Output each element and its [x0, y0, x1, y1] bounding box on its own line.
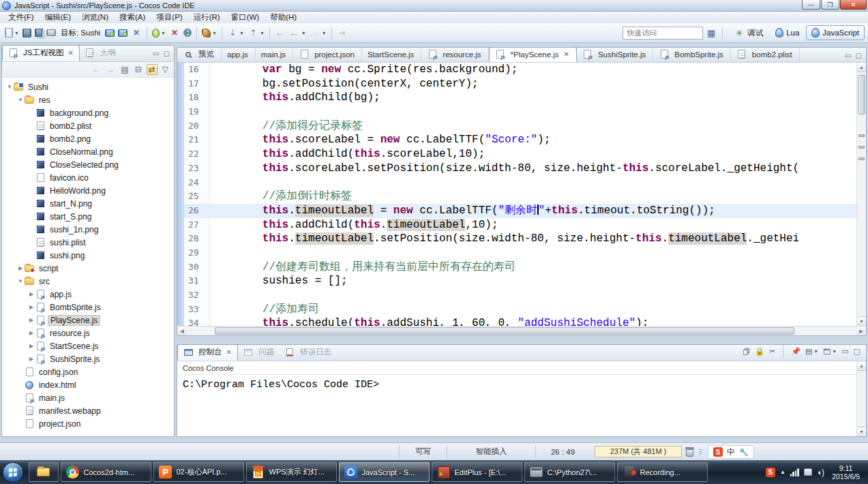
tree-item-sushi.png[interactable]: sushi.png — [2, 249, 174, 262]
tree-item-CloseSelected.png[interactable]: CloseSelected.png — [2, 158, 174, 171]
scroll-up-arrow[interactable]: ▲ — [857, 63, 866, 72]
editor-horizontal-scrollbar[interactable]: ◀ ▶ — [177, 326, 866, 335]
open-console-icon[interactable]: 🗔▼ — [823, 348, 837, 356]
debug-on-device-icon[interactable] — [104, 28, 116, 38]
tree-expander-icon[interactable]: ▶ — [28, 291, 35, 297]
editor-tab-resource.js[interactable]: jsresource.js — [421, 48, 488, 62]
tree-item-background.png[interactable]: background.png — [2, 106, 174, 119]
editor-tab-PlayScene.js[interactable]: js*PlayScene.js✕ — [489, 48, 577, 62]
menu-item-3[interactable]: 搜索(A) — [114, 12, 151, 23]
occurrence-marker[interactable] — [858, 157, 865, 160]
forward-icon[interactable]: →▼ — [308, 26, 328, 40]
taskbar-button-chrome[interactable]: Cocos2d-htm... — [61, 462, 151, 482]
occurrence-marker[interactable] — [858, 134, 865, 137]
tree-item-BombSprite.js[interactable]: ▶jsBombSprite.js — [2, 301, 174, 314]
view-menu-icon[interactable]: ▽ — [161, 65, 170, 74]
editor-vertical-scrollbar[interactable]: ▲ ▼ — [856, 63, 866, 326]
editor-tab-main.js[interactable]: main.js — [256, 48, 293, 62]
title-bar[interactable]: JavaScript - Sushi/src/PlayScene.js - Co… — [0, 0, 868, 12]
perspective-javascript[interactable]: JavaScript — [806, 25, 865, 40]
maximize-console-icon[interactable]: ▢ — [854, 347, 860, 356]
taskbar-button-wpp[interactable]: P02-核心API.p... — [153, 462, 244, 482]
editor-tab-预览[interactable]: 预览 — [177, 48, 222, 62]
menu-item-4[interactable]: 项目(P) — [151, 12, 188, 23]
tree-item-res[interactable]: ▼res — [2, 93, 174, 106]
pin-console-icon[interactable]: 📌 — [791, 347, 800, 356]
tree-expander-icon[interactable]: ▶ — [28, 317, 35, 323]
tab-JS工程视图[interactable]: jsJS工程视图✕ — [2, 45, 80, 61]
close-tab-icon[interactable]: ✕ — [68, 49, 73, 57]
last-edit-location-icon[interactable]: ⇥ — [335, 26, 349, 40]
close-button[interactable]: ✕ — [840, 0, 867, 10]
tray-expand-icon[interactable]: ▲ — [780, 469, 785, 475]
scroll-right-arrow[interactable]: ▶ — [856, 327, 866, 335]
tree-item-resource.js[interactable]: ▶jsresource.js — [2, 327, 174, 339]
print-icon[interactable] — [45, 28, 57, 37]
explorer-taskbar-button[interactable] — [29, 462, 59, 482]
minimize-view-icon[interactable]: ▭ — [153, 50, 159, 57]
start-button[interactable] — [3, 462, 23, 483]
menu-item-5[interactable]: 运行(R) — [188, 12, 226, 23]
scroll-lock-icon[interactable]: 🔒 — [755, 347, 764, 356]
minimize-editor-icon[interactable]: ▭ — [845, 52, 851, 59]
stop-icon[interactable]: ✕ — [168, 26, 181, 40]
sogou-tray-icon[interactable]: S — [766, 468, 775, 477]
tree-item-start_N.png[interactable]: start_N.png — [2, 197, 174, 210]
maximize-view-icon[interactable]: ▢ — [164, 50, 170, 57]
ime-settings-icon[interactable]: 🔧 — [739, 448, 749, 457]
save-icon[interactable] — [21, 27, 33, 39]
tree-item-sushi_1n.png[interactable]: sushi_1n.png — [2, 223, 174, 236]
tree-item-HelloWorld.png[interactable]: HelloWorld.png — [2, 184, 174, 197]
action-center-icon[interactable] — [804, 468, 812, 476]
tab-错误日志[interactable]: 错误日志 — [280, 344, 337, 361]
editor-tab-BombSprite.js[interactable]: jsBombSprite.js — [653, 48, 731, 62]
quick-access-input[interactable] — [623, 27, 703, 40]
tree-expander-icon[interactable]: ▶ — [28, 330, 35, 336]
minimize-console-icon[interactable]: ▭ — [841, 347, 848, 356]
tree-item-index.html[interactable]: index.html — [2, 378, 174, 391]
taskbar-button-cocos[interactable]: JavaScript - S... — [339, 462, 430, 482]
collapse-icon[interactable]: ▤ — [119, 65, 130, 74]
tree-item-favicon.ico[interactable]: favicon.ico — [2, 171, 174, 184]
tree-expander-icon[interactable]: ▼ — [17, 97, 24, 103]
link-with-editor-icon[interactable]: ⇄ — [147, 64, 158, 75]
tab-控制台[interactable]: 控制台✕ — [177, 344, 238, 361]
maximize-button[interactable]: ❐ — [821, 0, 839, 10]
run-garbage-collector-button[interactable] — [685, 447, 694, 457]
tree-item-main.js[interactable]: jsmain.js — [2, 391, 174, 404]
maximize-editor-icon[interactable]: ▢ — [856, 52, 862, 59]
save-all-icon[interactable] — [33, 27, 44, 38]
tree-item-StartScene.js[interactable]: ▶jsStartScene.js — [2, 339, 174, 352]
tree-item-PlayScene.js[interactable]: ▶jsPlayScene.js — [2, 314, 174, 327]
run-icon[interactable]: ▼ — [151, 27, 167, 39]
taskbar-button-editplus[interactable]: +EditPlus - [E:\... — [432, 462, 522, 482]
editor-tab-bomb2.plist[interactable]: bomb2.plist — [731, 48, 800, 62]
back-history-icon[interactable]: ←▼ — [288, 26, 308, 40]
tree-item-app.js[interactable]: ▶jsapp.js — [2, 288, 174, 301]
tree-expander-icon[interactable]: ▼ — [17, 278, 24, 284]
perspective-lua[interactable]: Lua — [770, 25, 805, 40]
editor-vscroll-thumb[interactable] — [858, 75, 865, 115]
back-icon[interactable]: ← — [273, 26, 287, 40]
tree-item-bomb2.plist[interactable]: bomb2.plist — [2, 119, 174, 132]
minimize-button[interactable]: — — [802, 0, 820, 10]
tab-大纲[interactable]: 大纲 — [80, 45, 121, 61]
taskbar-button-camera[interactable]: Recording... — [617, 462, 708, 482]
tree-expander-icon[interactable]: ▶ — [28, 304, 35, 310]
new-wizard-icon[interactable]: ▼ — [3, 27, 20, 39]
forward-nav-icon[interactable]: → — [105, 65, 116, 74]
tree-expander-icon[interactable]: ▼ — [6, 84, 13, 90]
tree-item-project.json[interactable]: project.json — [2, 417, 174, 430]
tree-item-CloseNormal.png[interactable]: CloseNormal.png — [2, 145, 174, 158]
tree-item-config.json[interactable]: config.json — [2, 365, 174, 378]
perspective-调试[interactable]: ✳调试 — [728, 25, 768, 40]
tree-item-Sushi[interactable]: ▼Sushi — [2, 80, 174, 93]
taskbar-button-cmd[interactable]: C:\Python27\... — [524, 462, 615, 482]
editor-tab-SushiSprite.js[interactable]: jsSushiSprite.js — [577, 48, 653, 62]
editor-tab-project.json[interactable]: project.json — [293, 48, 362, 62]
tree-item-sushi.plist[interactable]: sushi.plist — [2, 236, 174, 249]
tree-item-start_S.png[interactable]: start_S.png — [2, 210, 174, 223]
sogou-ime-icon[interactable]: S — [713, 447, 723, 457]
scroll-down-arrow[interactable]: ▼ — [857, 427, 866, 436]
menu-item-2[interactable]: 浏览(N) — [76, 12, 114, 23]
